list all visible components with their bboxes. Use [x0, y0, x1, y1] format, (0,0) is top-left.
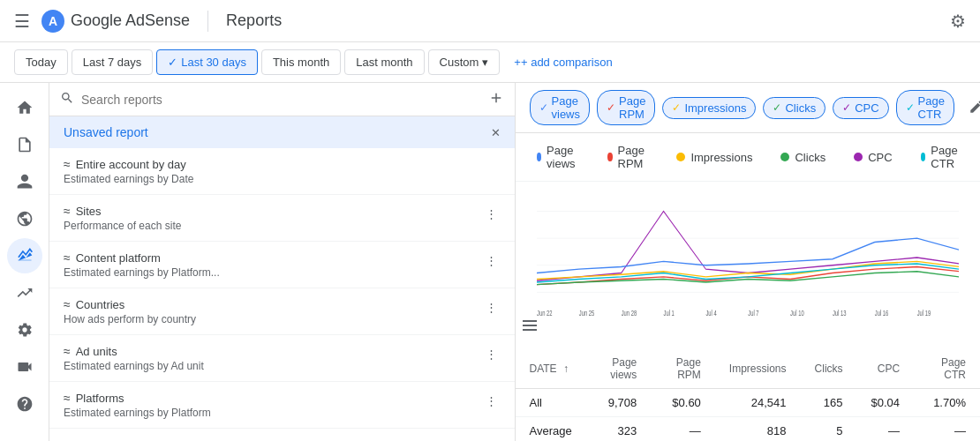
chart-area: Jun 22 Jun 25 Jun 28 Jul 1 Jul 4 Jul 7 J…	[516, 182, 981, 349]
search-input[interactable]	[81, 93, 481, 107]
nav-icon-video[interactable]	[7, 349, 42, 385]
report-item-info-3: ≈ Countries How ads perform by country	[64, 297, 482, 325]
sort-icon: ↑	[563, 363, 569, 375]
more-icon-4[interactable]: ⋮	[482, 344, 501, 364]
left-icon-nav	[0, 83, 49, 441]
hamburger-icon[interactable]: ☰	[14, 11, 30, 32]
content-area: ✓ Page views ✓ Page RPM ✓ Impressions ✓ …	[516, 83, 981, 441]
report-item-4[interactable]: ≈ Ad units Estimated earnings by Ad unit…	[49, 335, 515, 382]
nav-icon-pages[interactable]	[7, 127, 42, 162]
report-icon-2: ≈	[64, 250, 71, 265]
cell-rpm-avg: —	[651, 417, 715, 442]
edit-icon[interactable]	[969, 99, 980, 117]
check-icon-imp: ✓	[672, 101, 681, 114]
cell-clicks-all: 165	[801, 389, 857, 417]
col-clicks[interactable]: Clicks	[801, 349, 857, 389]
table-row-all: All 9,708 $0.60 24,541 165 $0.04 1.70%	[516, 389, 981, 417]
svg-text:Jul 10: Jul 10	[790, 308, 804, 318]
report-item-0[interactable]: ≈ Entire account by day Estimated earnin…	[49, 148, 515, 195]
filter-lastmonth[interactable]: Last month	[344, 49, 424, 75]
cell-date-avg: Average	[516, 417, 586, 442]
svg-text:Jun 25: Jun 25	[578, 308, 593, 318]
table-row-avg: Average 323 — 818 5 — —	[516, 417, 981, 442]
cell-rpm-all: $0.60	[651, 389, 715, 417]
report-icon-5: ≈	[64, 391, 71, 405]
col-cpc[interactable]: CPC	[857, 349, 915, 389]
data-table: DATE ↑ Page views Page RPM Impressions C…	[516, 349, 981, 441]
metric-tab-ctr[interactable]: ✓ Page CTR	[896, 90, 954, 125]
svg-text:Jun 28: Jun 28	[621, 308, 636, 318]
unsaved-report-item[interactable]: Unsaved report ✕	[49, 116, 515, 148]
nav-icon-block[interactable]	[7, 201, 42, 236]
cell-ctr-all: 1.70%	[914, 389, 980, 417]
nav-icon-person[interactable]	[7, 164, 42, 199]
col-ctr[interactable]: Page CTR	[914, 349, 980, 389]
filter-last7[interactable]: Last 7 days	[72, 49, 154, 75]
filter-custom[interactable]: Custom ▾	[428, 49, 501, 75]
sidebar: Unsaved report ✕ ≈ Entire account by day…	[49, 83, 516, 441]
cell-clicks-avg: 5	[801, 417, 857, 442]
nav-icon-chart[interactable]	[7, 238, 42, 273]
check-icon-pv: ✓	[539, 101, 548, 114]
svg-text:Jul 16: Jul 16	[874, 308, 888, 318]
nav-divider	[207, 11, 208, 32]
svg-text:A: A	[49, 14, 57, 28]
add-comparison[interactable]: + + add comparison	[507, 50, 619, 74]
more-icon-1[interactable]: ⋮	[482, 204, 501, 224]
cell-pv-avg: 323	[586, 417, 652, 442]
plus-icon: +	[514, 56, 521, 69]
legend-pagerpm: Page RPM	[607, 144, 648, 170]
col-impressions[interactable]: Impressions	[715, 349, 801, 389]
col-pagerpm[interactable]: Page RPM	[651, 349, 715, 389]
settings-icon[interactable]: ⚙	[950, 11, 966, 32]
report-item-2[interactable]: ≈ Content platform Estimated earnings by…	[49, 242, 515, 288]
nav-icon-help[interactable]	[7, 386, 42, 422]
report-item-3[interactable]: ≈ Countries How ads perform by country ⋮	[49, 288, 515, 335]
nav-icon-settings[interactable]	[7, 312, 42, 348]
col-pageviews[interactable]: Page views	[586, 349, 652, 389]
page-title: Reports	[226, 11, 282, 30]
unsaved-report-label: Unsaved report	[64, 125, 148, 139]
nav-icon-trending[interactable]	[7, 275, 42, 310]
chart-legend: Page views Page RPM Impressions Clicks C…	[516, 133, 981, 182]
metric-tab-cpc[interactable]: ✓ CPC	[833, 97, 888, 119]
svg-rect-21	[523, 325, 537, 326]
check-icon-rpm: ✓	[607, 101, 615, 114]
report-item-5[interactable]: ≈ Platforms Estimated earnings by Platfo…	[49, 382, 515, 429]
svg-text:Jun 22: Jun 22	[537, 308, 552, 318]
search-icon	[60, 91, 74, 108]
top-nav: ☰ A Google AdSense Reports ⚙	[0, 0, 980, 42]
check-icon-cpc: ✓	[842, 101, 851, 114]
check-icon: ✓	[168, 56, 177, 69]
cell-cpc-all: $0.04	[857, 389, 915, 417]
report-item-info-1: ≈ Sites Performance of each site	[64, 204, 482, 232]
metric-tab-impressions[interactable]: ✓ Impressions	[662, 97, 756, 119]
metric-tab-clicks[interactable]: ✓ Clicks	[763, 97, 825, 119]
report-item-info-5: ≈ Platforms Estimated earnings by Platfo…	[64, 391, 482, 419]
svg-rect-2	[18, 259, 31, 261]
cell-imp-avg: 818	[715, 417, 801, 442]
svg-rect-22	[523, 329, 537, 331]
legend-cpc: CPC	[854, 151, 892, 164]
more-icon-3[interactable]: ⋮	[482, 297, 501, 318]
col-date[interactable]: DATE ↑	[516, 349, 586, 389]
metric-tab-pageviews[interactable]: ✓ Page views	[530, 90, 591, 125]
filter-today[interactable]: Today	[14, 49, 68, 75]
check-icon-ctr: ✓	[906, 101, 915, 114]
more-icon-2[interactable]: ⋮	[482, 250, 501, 271]
filter-last30[interactable]: ✓ Last 30 days	[156, 49, 258, 75]
filter-thismonth[interactable]: This month	[261, 49, 341, 75]
cell-ctr-avg: —	[914, 417, 980, 442]
legend-pageviews: Page views	[537, 144, 580, 170]
nav-icon-home[interactable]	[7, 90, 42, 125]
svg-text:Jul 19: Jul 19	[916, 308, 931, 318]
more-icon-5[interactable]: ⋮	[482, 391, 501, 411]
add-icon[interactable]	[488, 90, 504, 108]
svg-text:Jul 7: Jul 7	[748, 308, 758, 318]
search-bar	[49, 83, 515, 116]
metric-tab-pagerpm[interactable]: ✓ Page RPM	[597, 90, 655, 125]
close-icon[interactable]: ✕	[491, 126, 501, 139]
report-item-1[interactable]: ≈ Sites Performance of each site ⋮	[49, 195, 515, 242]
check-icon-clicks: ✓	[773, 101, 781, 114]
report-icon-1: ≈	[64, 204, 71, 218]
